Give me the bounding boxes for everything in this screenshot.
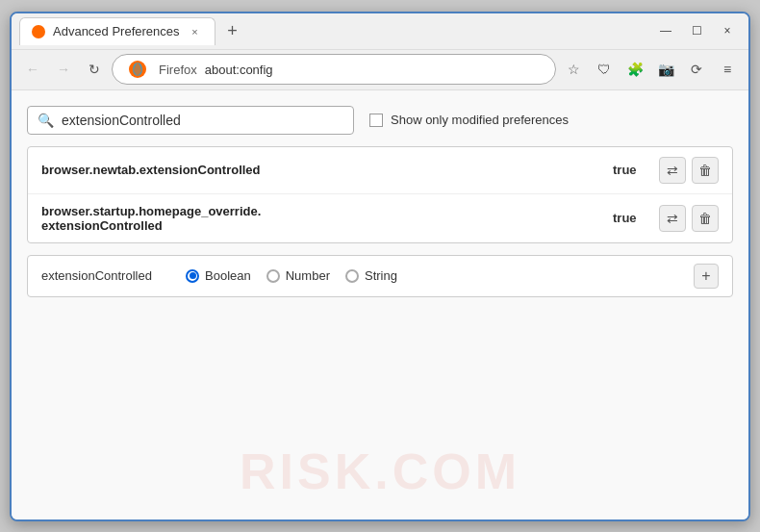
back-icon: ← [26, 62, 39, 77]
navbar: ← → ↻ Firefox about:config ☆ 🛡 [12, 50, 748, 90]
forward-icon: → [57, 62, 70, 77]
pref-value-2: true [613, 211, 647, 225]
back-button[interactable]: ← [19, 56, 46, 83]
pref-name-2-line2: extensionControlled [41, 218, 601, 233]
plus-icon: + [701, 267, 710, 285]
search-box[interactable]: 🔍 extensionControlled [27, 106, 354, 135]
pref-name-1: browser.newtab.extensionControlled [41, 163, 601, 177]
search-area: 🔍 extensionControlled Show only modified… [27, 106, 733, 135]
refresh-button[interactable]: ↻ [81, 56, 108, 83]
camera-icon: 📷 [658, 62, 674, 77]
results-table: browser.newtab.extensionControlled true … [27, 146, 733, 243]
page-content: RISK.COM 🔍 extensionControlled Show only… [12, 90, 748, 519]
sync-button[interactable]: ⟳ [683, 56, 710, 83]
maximize-button[interactable]: ☐ [683, 20, 710, 41]
address-url: about:config [205, 63, 544, 77]
extension-icon: 🧩 [627, 62, 644, 77]
title-bar: Advanced Preferences × + — ☐ × [12, 13, 748, 50]
tab-title: Advanced Preferences [53, 24, 180, 38]
refresh-icon: ↻ [89, 62, 100, 77]
browser-tab[interactable]: Advanced Preferences × [19, 17, 215, 45]
radio-number-label: Number [286, 268, 330, 283]
radio-number[interactable]: Number [266, 268, 330, 283]
tab-favicon [32, 25, 45, 38]
forward-button[interactable]: → [50, 56, 77, 83]
show-modified-checkbox[interactable] [369, 114, 383, 127]
bookmark-star-button[interactable]: ☆ [560, 56, 587, 83]
delete-button-2[interactable]: 🗑 [692, 205, 719, 232]
toggle-icon: ⇄ [667, 163, 678, 178]
radio-boolean[interactable]: Boolean [186, 268, 251, 283]
pref-name-2-line1: browser.startup.homepage_override. [41, 204, 601, 218]
radio-string-circle[interactable] [345, 269, 359, 283]
search-icon: 🔍 [38, 113, 54, 128]
toggle-button-2[interactable]: ⇄ [659, 205, 686, 232]
address-bar[interactable]: Firefox about:config [112, 54, 556, 85]
minimize-button[interactable]: — [652, 20, 679, 41]
table-row: browser.newtab.extensionControlled true … [28, 147, 732, 194]
toggle-icon: ⇄ [667, 211, 678, 226]
hamburger-icon: ≡ [723, 62, 731, 77]
trash-icon: 🗑 [698, 163, 712, 178]
search-input[interactable]: extensionControlled [62, 113, 181, 128]
pref-value-1: true [613, 163, 647, 177]
new-tab-button[interactable]: + [219, 17, 246, 44]
new-pref-name: extensionControlled [41, 268, 166, 283]
pocket-icon: 🛡 [597, 62, 611, 77]
firefox-logo-icon [128, 60, 147, 79]
row-actions-1: ⇄ 🗑 [659, 157, 719, 184]
extension-button[interactable]: 🧩 [621, 56, 648, 83]
window-controls: — ☐ × [652, 20, 741, 41]
add-preference-row: extensionControlled Boolean Number Strin… [27, 255, 733, 297]
radio-number-circle[interactable] [266, 269, 280, 283]
show-modified-area: Show only modified preferences [369, 113, 569, 127]
toggle-button-1[interactable]: ⇄ [659, 157, 686, 184]
browser-window: Advanced Preferences × + — ☐ × ← → ↻ [10, 12, 750, 521]
browser-brand: Firefox [159, 63, 197, 77]
watermark: RISK.COM [240, 443, 520, 500]
trash-icon: 🗑 [698, 211, 712, 226]
radio-boolean-label: Boolean [205, 268, 251, 283]
radio-string[interactable]: String [345, 268, 397, 283]
tab-close-button[interactable]: × [188, 24, 203, 39]
delete-button-1[interactable]: 🗑 [692, 157, 719, 184]
menu-button[interactable]: ≡ [714, 56, 741, 83]
sync-icon: ⟳ [691, 62, 702, 77]
star-icon: ☆ [568, 62, 580, 77]
row-actions-2: ⇄ 🗑 [659, 205, 719, 232]
close-button[interactable]: × [714, 20, 741, 41]
show-modified-label: Show only modified preferences [391, 113, 569, 127]
pref-name-2: browser.startup.homepage_override. exten… [41, 204, 601, 233]
add-preference-button[interactable]: + [694, 264, 719, 289]
table-row: browser.startup.homepage_override. exten… [28, 194, 732, 242]
screenshot-button[interactable]: 📷 [652, 56, 679, 83]
nav-icons-right: ☆ 🛡 🧩 📷 ⟳ ≡ [560, 56, 741, 83]
radio-boolean-circle[interactable] [186, 269, 199, 283]
type-radio-group: Boolean Number String [186, 268, 674, 283]
pocket-button[interactable]: 🛡 [591, 56, 618, 83]
radio-string-label: String [365, 268, 397, 283]
